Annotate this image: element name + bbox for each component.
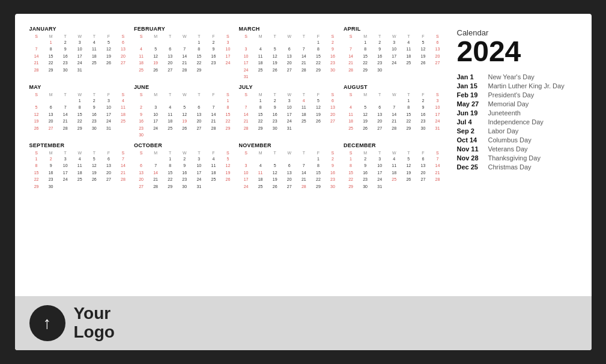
- day-cell: 1: [73, 97, 87, 105]
- day-cell: 23: [177, 177, 192, 184]
- day-cell: 3: [58, 156, 73, 163]
- day-header: S: [344, 34, 358, 39]
- month-block-july: JULYSMTWTFS12345678910111213141516171819…: [239, 84, 341, 139]
- year-number: 2024: [457, 37, 577, 66]
- day-cell: 8: [44, 46, 58, 53]
- day-empty: [387, 97, 401, 105]
- day-cell: 2: [134, 105, 148, 112]
- day-cell: 2: [416, 97, 430, 105]
- day-cell: 14: [58, 111, 73, 118]
- day-cell: 10: [148, 111, 163, 118]
- day-cell: 10: [430, 105, 444, 112]
- day-empty: [148, 39, 163, 46]
- day-cell: 24: [148, 125, 163, 132]
- month-title-august: AUGUST: [344, 84, 445, 90]
- day-cell: 12: [177, 111, 192, 118]
- day-cell: 26: [358, 125, 372, 132]
- holiday-name: New Year's Day: [488, 73, 535, 80]
- day-cell: 10: [239, 53, 253, 60]
- day-cell: 14: [297, 53, 311, 60]
- day-cell: 21: [430, 169, 444, 177]
- day-cell: 4: [134, 46, 148, 53]
- day-cell: 4: [253, 46, 268, 53]
- day-header: T: [87, 34, 102, 39]
- day-cell: 5: [268, 46, 282, 53]
- day-cell: 5: [177, 105, 192, 112]
- day-cell: 12: [311, 105, 326, 112]
- month-block-may: MAYSMTWTFS123456789101112131415161718192…: [29, 84, 131, 139]
- day-cell: 13: [326, 105, 340, 112]
- day-header: W: [387, 34, 401, 39]
- day-cell: 6: [282, 46, 297, 53]
- day-cell: 9: [416, 105, 430, 112]
- day-cell: 18: [73, 169, 87, 177]
- day-header: S: [430, 34, 444, 39]
- day-empty: [58, 97, 73, 105]
- day-cell: 5: [401, 156, 416, 163]
- month-block-april: APRILSMTWTFS1234567891011121314151617181…: [344, 26, 445, 80]
- day-cell: 1: [358, 39, 372, 46]
- day-cell: 27: [134, 183, 148, 190]
- day-cell: 15: [311, 169, 326, 177]
- day-cell: 22: [29, 177, 44, 184]
- day-cell: 2: [326, 39, 340, 46]
- day-cell: 12: [87, 163, 102, 170]
- day-cell: 25: [73, 177, 87, 184]
- holiday-row: Feb 19President's Day: [457, 91, 577, 99]
- day-cell: 6: [416, 156, 430, 163]
- day-cell: 20: [102, 169, 116, 177]
- holiday-name: Martin Luther King Jr. Day: [488, 82, 565, 89]
- day-header: S: [116, 150, 130, 156]
- day-cell: 23: [372, 60, 387, 67]
- month-block-august: AUGUSTSMTWTFS123456789101112131415161718…: [344, 84, 445, 139]
- day-header: S: [326, 92, 340, 97]
- day-cell: 14: [387, 111, 401, 118]
- holiday-name: Veterans Day: [488, 145, 528, 153]
- day-empty: [253, 156, 268, 163]
- day-header: T: [87, 92, 102, 97]
- day-empty: [163, 39, 177, 46]
- day-cell: 16: [326, 169, 340, 177]
- day-cell: 29: [220, 125, 235, 132]
- month-block-december: DECEMBERSMTWTFS1234567891011121314151617…: [344, 142, 445, 190]
- day-cell: 9: [44, 163, 58, 170]
- holiday-row: Jan 15Martin Luther King Jr. Day: [457, 82, 577, 89]
- day-cell: 30: [268, 125, 282, 132]
- day-cell: 20: [372, 118, 387, 126]
- day-cell: 25: [297, 118, 311, 126]
- day-cell: 30: [134, 132, 148, 139]
- day-cell: 26: [311, 118, 326, 126]
- day-cell: 7: [297, 46, 311, 53]
- month-title-november: NOVEMBER: [239, 142, 341, 148]
- day-header: T: [372, 92, 387, 97]
- day-header: W: [387, 92, 401, 97]
- day-cell: 9: [326, 163, 340, 170]
- day-cell: 27: [116, 60, 130, 67]
- day-cell: 28: [148, 183, 163, 190]
- day-cell: 25: [387, 177, 401, 184]
- day-cell: 22: [220, 118, 235, 126]
- month-title-june: JUNE: [134, 84, 235, 90]
- day-cell: 15: [358, 53, 372, 60]
- day-cell: 7: [58, 105, 73, 112]
- day-cell: 21: [297, 177, 311, 184]
- month-grid-january: SMTWTFS123456789101112131415161718192021…: [29, 34, 131, 74]
- months-row-0: JANUARYSMTWTFS12345678910111213141516171…: [29, 26, 445, 80]
- day-header: S: [116, 92, 130, 97]
- day-cell: 31: [372, 183, 387, 190]
- day-header: W: [282, 150, 297, 156]
- month-title-february: FEBRUARY: [134, 26, 235, 32]
- day-cell: 23: [416, 118, 430, 126]
- day-header: F: [102, 150, 116, 156]
- day-empty: [177, 39, 192, 46]
- day-cell: 16: [358, 169, 372, 177]
- holiday-row: May 27Memorial Day: [457, 100, 577, 108]
- day-cell: 12: [102, 46, 116, 53]
- day-cell: 17: [192, 169, 206, 177]
- day-cell: 3: [220, 39, 235, 46]
- month-title-april: APRIL: [344, 26, 445, 32]
- day-cell: 7: [177, 46, 192, 53]
- month-grid-october: SMTWTFS123456789101112131415161718192021…: [134, 150, 235, 190]
- calendars-section: JANUARYSMTWTFS12345678910111213141516171…: [29, 26, 445, 290]
- day-empty: [268, 39, 282, 46]
